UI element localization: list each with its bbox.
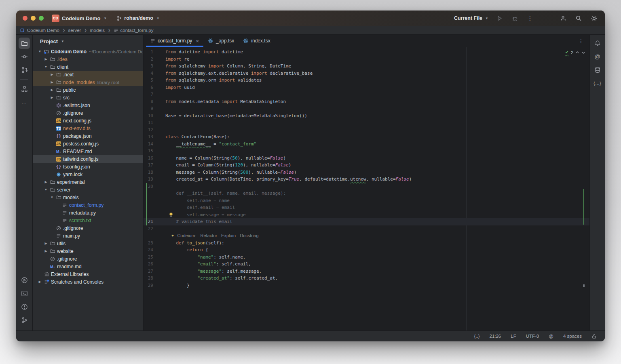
tree-item-external-libraries[interactable]: External Libraries <box>33 270 143 278</box>
tab-index.tsx[interactable]: index.tsx <box>239 35 275 47</box>
code-line[interactable]: 6import uuid <box>144 84 589 91</box>
code-line[interactable]: 24 return { <box>144 246 589 254</box>
tree-item-readme.md[interactable]: M↓README.md <box>33 147 143 155</box>
debug-button[interactable] <box>510 14 519 23</box>
tree-item-website[interactable]: ▶website <box>33 247 143 255</box>
breadcrumb-item[interactable]: contact_form.py <box>114 28 154 33</box>
run-configuration-selector[interactable]: Current File ▼ <box>454 15 488 21</box>
add-user-button[interactable] <box>559 14 568 23</box>
tab-options-kebab-icon[interactable]: ⋮ <box>578 35 589 47</box>
breadcrumb-item[interactable]: models <box>90 28 105 33</box>
code-line[interactable]: 3from sqlalchemy import Column, String, … <box>144 63 589 70</box>
tree-item-server[interactable]: ▼server <box>33 186 143 194</box>
tree-item-contact_form.py[interactable]: contact_form.py <box>33 201 143 209</box>
chevron-expanded-icon[interactable]: ▼ <box>37 50 43 53</box>
codeium-inlay-hint[interactable]: ✦Codeium:RefactorExplainDocstring <box>144 232 589 240</box>
chevron-collapsed-icon[interactable]: ▶ <box>37 280 43 284</box>
project-panel-header[interactable]: Project ▼ <box>33 35 143 48</box>
code-line[interactable]: 21 # validate this email <box>144 218 589 225</box>
code-line[interactable]: 18 message = Column(String(500), nullabl… <box>144 169 589 176</box>
tree-item-scratch.txt[interactable]: scratch.txt <box>33 217 143 224</box>
codeium-action-refactor[interactable]: Refactor <box>200 232 217 240</box>
lock-icon[interactable] <box>591 334 597 339</box>
close-window-button[interactable] <box>23 16 27 21</box>
chevron-expanded-icon[interactable]: ▼ <box>49 196 55 199</box>
code-line[interactable]: 14 __tablename__ = "contact_form" <box>144 141 589 148</box>
ghost-suggestion-line[interactable]: self.name = name <box>144 197 589 204</box>
code-line[interactable]: 26 "email": self.email, <box>144 261 589 268</box>
chevron-collapsed-icon[interactable]: ▶ <box>49 80 55 84</box>
scrollbar-caret-mark[interactable] <box>583 284 585 287</box>
tree-item-src[interactable]: ▶src <box>33 94 143 101</box>
code-line[interactable]: 10Base = declarative_base(metadata=MetaD… <box>144 112 589 120</box>
vcs-branch-widget[interactable]: rohan/demo ▼ <box>116 15 159 21</box>
chevron-collapsed-icon[interactable]: ▶ <box>49 96 55 99</box>
chevron-collapsed-icon[interactable]: ▶ <box>43 242 49 245</box>
tree-item-tsconfig.json[interactable]: {}tsconfig.json <box>33 163 143 170</box>
tree-item-client[interactable]: ▼client <box>33 63 143 71</box>
next-problem-icon[interactable] <box>581 51 585 54</box>
chevron-expanded-icon[interactable]: ▼ <box>43 65 49 69</box>
project-switcher[interactable]: CD Codeium Demo ▼ <box>52 15 107 22</box>
code-line[interactable]: 5from sqlalchemy.orm import validates <box>144 77 589 84</box>
tree-item-utils[interactable]: ▶utils <box>33 240 143 247</box>
ghost-suggestion-line[interactable]: def __init__(self, name, email, message)… <box>144 190 589 197</box>
ghost-suggestion-line[interactable]: self.email = email <box>144 204 589 211</box>
code-line[interactable]: 28 "created_at": self.created_at, <box>144 275 589 282</box>
status-item-0[interactable]: {..} <box>474 334 479 339</box>
tree-item-experimental[interactable]: ▶experimental <box>33 178 143 186</box>
tree-item-yarn.lock[interactable]: yarn.lock <box>33 170 143 178</box>
tab-_app.tsx[interactable]: _app.tsx <box>203 35 239 47</box>
codeium-action-docstring[interactable]: Docstring <box>240 232 258 240</box>
code-line[interactable]: 15 <box>144 147 589 155</box>
code-line[interactable]: 2import re <box>144 56 589 63</box>
code-line[interactable]: 11 <box>144 119 589 126</box>
tree-item-scratches-and-consoles[interactable]: ▶Scratches and Consoles <box>33 278 143 286</box>
tree-item-package.json[interactable]: {}package.json <box>33 132 143 140</box>
search-everywhere-icon[interactable] <box>574 14 583 23</box>
commit-tool-window-button[interactable] <box>19 51 30 62</box>
tree-item-models[interactable]: ▼models <box>33 194 143 201</box>
code-line[interactable]: 23 def to_json(self): <box>144 240 589 247</box>
code-line[interactable]: 17 email = Column(String(120), nullable=… <box>144 162 589 169</box>
code-line[interactable]: 19 created_at = Column(DateTime, primary… <box>144 176 589 183</box>
tree-item-.gitignore[interactable]: .gitignore <box>33 255 143 263</box>
maximize-window-button[interactable] <box>39 16 44 21</box>
status-item-3[interactable]: UTF-8 <box>526 334 539 339</box>
status-item-1[interactable]: 21:26 <box>489 334 501 339</box>
chevron-collapsed-icon[interactable]: ▶ <box>49 88 55 92</box>
tree-item-.eslintrc.json[interactable]: .eslintrc.json <box>33 101 143 109</box>
chevron-collapsed-icon[interactable]: ▶ <box>43 57 49 61</box>
breadcrumb-item[interactable]: Codeium Demo <box>27 28 59 33</box>
tree-item-main.py[interactable]: main.py <box>33 232 143 240</box>
code-line[interactable]: 12 <box>144 126 589 134</box>
breadcrumb-item[interactable]: server <box>68 28 81 33</box>
tree-item-node_modules[interactable]: ▶node_moduleslibrary root <box>33 78 143 86</box>
code-line[interactable]: 4from sqlalchemy.ext.declarative import … <box>144 70 589 77</box>
code-editor[interactable]: 1from datetime import datetime2import re… <box>144 47 589 330</box>
code-line[interactable]: 25 "name": self.name, <box>144 254 589 261</box>
chevron-collapsed-icon[interactable]: ▶ <box>43 180 49 184</box>
tab-contact_form.py[interactable]: contact_form.py× <box>146 35 203 47</box>
endpoints-tool-window-button[interactable]: {…} <box>592 78 603 89</box>
chevron-expanded-icon[interactable]: ▼ <box>43 188 49 191</box>
structure-tool-window-button[interactable] <box>19 83 30 95</box>
terminal-tool-window-button[interactable] <box>19 288 30 299</box>
tree-item-metadata.py[interactable]: metadata.py <box>33 209 143 217</box>
tree-item-.next[interactable]: ▶.next <box>33 71 143 78</box>
database-tool-window-button[interactable] <box>592 64 603 76</box>
chevron-collapsed-icon[interactable]: ▶ <box>49 73 55 76</box>
close-tab-icon[interactable]: × <box>196 38 199 44</box>
tree-item-next-env.d.ts[interactable]: TSnext-env.d.ts <box>33 124 143 132</box>
code-line[interactable]: 13class ContactForm(Base): <box>144 133 589 141</box>
inspections-widget[interactable]: ✔ 2 <box>565 50 585 55</box>
settings-gear-icon[interactable] <box>589 14 598 23</box>
prev-problem-icon[interactable] <box>575 51 579 54</box>
code-line[interactable]: 27 "message": self.message, <box>144 268 589 275</box>
more-tool-windows-button[interactable]: … <box>19 97 30 108</box>
problems-tool-window-button[interactable] <box>19 301 30 312</box>
code-line[interactable]: 1from datetime import datetime <box>144 48 589 56</box>
intention-bulb-icon[interactable] <box>169 212 173 218</box>
code-line[interactable]: 8from models.metadata import MetaDataSin… <box>144 98 589 105</box>
scrollbar-change-mark[interactable] <box>583 189 585 225</box>
